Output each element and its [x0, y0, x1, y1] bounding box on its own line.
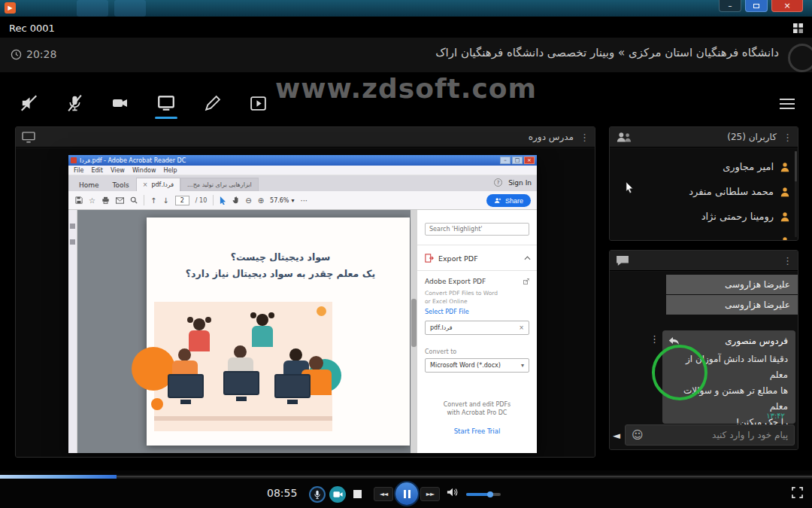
acrobat-minimize-button[interactable]: –: [500, 157, 511, 164]
acrobat-maximize-button[interactable]: □: [512, 157, 523, 164]
remove-file-icon[interactable]: ×: [519, 324, 524, 331]
user-list-item-partial[interactable]: [610, 229, 798, 241]
pod-options-icon[interactable]: ⋮: [783, 255, 792, 266]
tab-home[interactable]: Home: [72, 179, 106, 191]
promo-line2: with Acrobat Pro DC: [417, 409, 537, 417]
zoom-in-icon[interactable]: ⊕: [258, 196, 264, 205]
illustration-head: [193, 318, 205, 330]
menu-edit[interactable]: Edit: [91, 167, 103, 174]
save-icon[interactable]: [75, 196, 83, 204]
reply-icon[interactable]: [668, 336, 680, 345]
zoom-out-icon[interactable]: ⊖: [245, 196, 251, 205]
pod-options-icon[interactable]: ⋮: [783, 132, 792, 143]
pause-button[interactable]: [395, 482, 418, 505]
help-icon[interactable]: ?: [494, 178, 502, 187]
user-list-item[interactable]: امیر مجاوری: [610, 154, 798, 179]
print-icon[interactable]: [102, 196, 110, 204]
zoom-level-dropdown[interactable]: 57.6% ▾: [270, 197, 294, 204]
sign-in-link[interactable]: Sign In: [508, 179, 532, 187]
chat-highlighted-row[interactable]: علیرضا هزاروسی: [666, 275, 798, 294]
illustration-desk: [154, 416, 332, 421]
user-list-item[interactable]: محمد سلطانی منفرد: [610, 179, 798, 204]
format-dropdown[interactable]: Microsoft Word (*.docx) ▾: [425, 358, 529, 373]
share-button[interactable]: Share: [486, 194, 531, 207]
minimize-button[interactable]: –: [719, 0, 741, 12]
menu-help[interactable]: Help: [163, 167, 177, 174]
external-link-icon: [523, 278, 529, 284]
star-icon[interactable]: ☆: [89, 196, 95, 205]
menu-view[interactable]: View: [111, 167, 125, 174]
recording-info-bar: Rec 0001: [0, 20, 812, 37]
tab-tools[interactable]: Tools: [106, 179, 136, 191]
message-options-icon[interactable]: ⋮: [650, 333, 659, 345]
send-icon[interactable]: ◄: [613, 430, 620, 441]
emoji-icon[interactable]: ☺: [632, 428, 644, 442]
rewind-button[interactable]: ◄◄: [374, 487, 393, 501]
adobe-export-pdf-title: Adobe Export PDF: [425, 278, 529, 285]
webcam-icon: [110, 94, 131, 112]
start-free-trial-link[interactable]: Start Free Trial: [417, 427, 537, 435]
volume-knob[interactable]: [487, 491, 493, 497]
select-tool-icon[interactable]: [220, 196, 226, 205]
volume-icon[interactable]: [447, 487, 459, 497]
previous-page-icon[interactable]: ↑: [150, 196, 156, 205]
pod-options-icon[interactable]: ⋮: [580, 132, 589, 143]
menu-window[interactable]: Window: [132, 167, 156, 174]
export-description-line2: or Excel Online: [425, 297, 498, 306]
document-tab2-label: ابزارهایی برای تولید مح...: [187, 181, 252, 188]
next-page-icon[interactable]: ↓: [162, 196, 168, 205]
pen-button[interactable]: [198, 87, 226, 119]
screen-share-button[interactable]: [153, 87, 180, 119]
more-tools-icon[interactable]: ···: [300, 196, 308, 205]
users-scrollbar[interactable]: [795, 151, 797, 237]
chat-input-box[interactable]: ☺: [625, 424, 795, 446]
tools-search-input[interactable]: [425, 223, 529, 236]
maximize-icon: [753, 4, 759, 8]
person-icon: [780, 211, 790, 222]
page-number-input[interactable]: 2: [175, 196, 189, 205]
playback-pod-button[interactable]: [244, 87, 271, 119]
seek-bar[interactable]: [0, 475, 812, 479]
close-tab-icon[interactable]: ×: [143, 181, 148, 188]
volume-slider[interactable]: [466, 493, 501, 496]
search-icon[interactable]: [130, 196, 138, 204]
tab-document-active[interactable]: فردا.pdf ×: [136, 178, 180, 191]
microphone-muted-button[interactable]: [61, 87, 88, 119]
mic-toggle-button[interactable]: [309, 486, 326, 503]
webcam-button[interactable]: [107, 87, 134, 119]
menu-file[interactable]: File: [74, 167, 83, 174]
illustration-head: [205, 317, 211, 323]
acrobat-toolbar: ☆ ↑ ↓ 2 / 10: [68, 191, 537, 210]
message-timestamp: ۱۳:۴۲: [766, 412, 785, 420]
document-view: سواد دیجیتال چیست؟ یک معلم چقدر به سواد …: [77, 210, 411, 453]
nav-pane-strip[interactable]: [68, 210, 77, 453]
chat-highlighted-row[interactable]: علیرضا هزاروسی: [666, 295, 798, 315]
webcam-icon: [333, 491, 343, 498]
layout-grid-icon[interactable]: [793, 23, 803, 33]
menu-button[interactable]: [779, 98, 795, 110]
message-author: فردوس منصوری: [725, 336, 788, 346]
recorder-app-icon: ▶: [5, 2, 16, 14]
fullscreen-button[interactable]: [792, 487, 803, 498]
email-icon[interactable]: [116, 197, 124, 204]
document-scrollbar[interactable]: [411, 210, 417, 453]
webcam-toggle-button[interactable]: [329, 486, 346, 503]
illustration-body: [252, 326, 273, 347]
chat-message-input[interactable]: [648, 430, 788, 440]
illustration-head: [187, 317, 193, 323]
speaker-muted-button[interactable]: [15, 87, 42, 119]
select-pdf-file-link[interactable]: Select PDF File: [425, 309, 469, 315]
user-list-item[interactable]: رومینا رحمتی نژاد: [610, 204, 798, 229]
export-pdf-row[interactable]: Export PDF: [425, 250, 531, 266]
hand-tool-icon[interactable]: [232, 196, 239, 204]
chat-messages: علیرضا هزاروسی علیرضا هزاروسی فردوس منصو…: [610, 272, 798, 449]
acrobat-close-button[interactable]: ×: [524, 157, 535, 164]
stop-button[interactable]: [353, 490, 362, 498]
tab-document-2[interactable]: ابزارهایی برای تولید مح...: [180, 178, 259, 191]
chevron-up-icon[interactable]: [524, 256, 531, 260]
maximize-button[interactable]: [745, 0, 768, 12]
promo-line1: Convert and edit PDFs: [417, 400, 537, 409]
fast-forward-button[interactable]: ►►: [420, 487, 440, 501]
close-button[interactable]: ×: [771, 0, 803, 12]
scrollbar-thumb[interactable]: [411, 299, 417, 347]
